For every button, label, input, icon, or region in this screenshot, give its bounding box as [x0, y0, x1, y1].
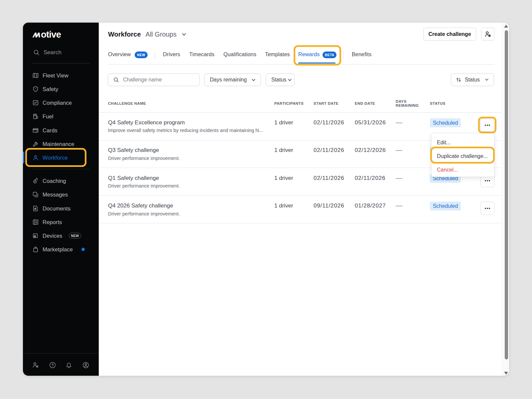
- svg-text:otive: otive: [41, 29, 61, 39]
